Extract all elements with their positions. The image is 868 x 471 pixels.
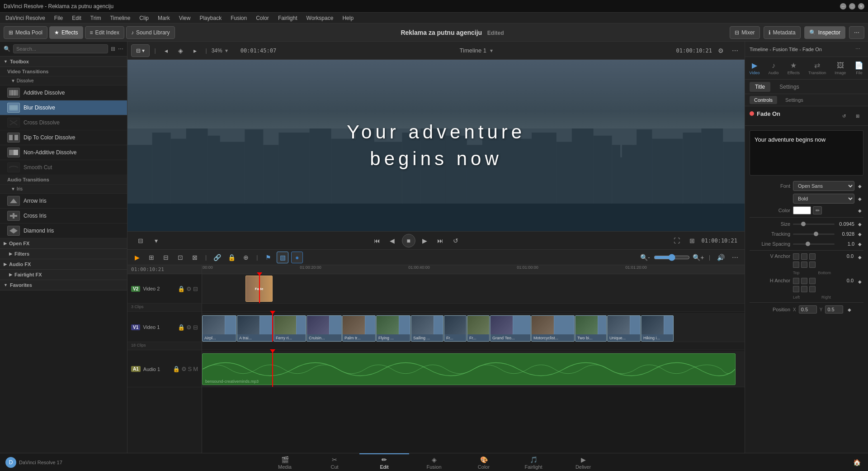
fade-on-reset-btn[interactable]: ↺ bbox=[838, 110, 850, 122]
anchor-cell-1[interactable] bbox=[793, 253, 799, 260]
inspector-tab-transition[interactable]: ⇄ Transition bbox=[805, 59, 830, 77]
select-tool[interactable]: ▶ bbox=[131, 252, 143, 263]
anchor-cell-6[interactable] bbox=[809, 262, 816, 268]
iris-header[interactable]: ▼ Iris bbox=[0, 185, 127, 194]
menu-davinci[interactable]: DaVinci Resolve bbox=[4, 15, 47, 21]
loop-button[interactable]: ↺ bbox=[450, 235, 462, 247]
audio-level-btn[interactable]: 🔊 bbox=[715, 252, 726, 263]
more-viewer-btn[interactable]: ⋯ bbox=[729, 45, 741, 57]
effect-non-additive-dissolve[interactable]: Non-Additive Dissolve bbox=[0, 145, 127, 160]
a1-m-icon[interactable]: M bbox=[193, 366, 198, 372]
a1-lock-icon[interactable]: 🔒 bbox=[173, 366, 180, 372]
play-reverse-button[interactable]: ◀ bbox=[387, 235, 398, 247]
slip-tool[interactable]: ⊟ bbox=[160, 252, 172, 263]
line-spacing-slider[interactable] bbox=[793, 243, 835, 245]
media-pool-button[interactable]: ⊞ Media Pool bbox=[4, 26, 47, 39]
v1-clip-13[interactable]: Unique... bbox=[607, 315, 641, 342]
minimize-button[interactable]: ─ bbox=[840, 3, 846, 10]
position-reset-btn[interactable]: ◆ bbox=[846, 306, 853, 313]
maximize-button[interactable]: □ bbox=[849, 3, 855, 10]
tab-fairlight[interactable]: 🎵 Fairlight bbox=[509, 453, 558, 471]
font-select[interactable]: Open Sans bbox=[793, 181, 854, 191]
pip-button[interactable]: ⊞ bbox=[686, 235, 698, 247]
font-style-reset-btn[interactable]: ◆ bbox=[856, 195, 863, 202]
audio-fx-section[interactable]: ▶ Audio FX bbox=[0, 259, 127, 270]
fade-on-expand-btn[interactable]: ⊞ bbox=[852, 110, 863, 122]
a1-settings-icon[interactable]: ⚙ bbox=[181, 366, 187, 372]
audio-transitions-header[interactable]: Audio Transitions bbox=[0, 175, 127, 185]
inspector-tab-image[interactable]: 🖼 Image bbox=[831, 60, 849, 77]
v1-settings-icon[interactable]: ⚙ bbox=[186, 324, 192, 331]
size-slider-thumb[interactable] bbox=[801, 222, 806, 226]
font-reset-btn[interactable]: ◆ bbox=[856, 182, 863, 190]
mixer-button[interactable]: ⊟ Mixer bbox=[730, 26, 760, 39]
color-edit-btn[interactable]: ✏ bbox=[813, 206, 822, 214]
timeline-options-btn[interactable]: ⋯ bbox=[729, 252, 741, 263]
close-button[interactable]: ✕ bbox=[858, 3, 864, 10]
edit-index-button[interactable]: ≡ Edit Index bbox=[85, 26, 124, 39]
search-input[interactable] bbox=[13, 44, 108, 53]
next-frame-btn2[interactable]: ▸ bbox=[189, 45, 201, 57]
menu-clip[interactable]: Clip bbox=[137, 15, 151, 21]
effect-arrow-iris[interactable]: Arrow Iris bbox=[0, 194, 127, 209]
effect-smooth-cut[interactable]: Smooth Cut bbox=[0, 160, 127, 175]
menu-mark[interactable]: Mark bbox=[156, 15, 172, 21]
h-anchor-cell-5[interactable] bbox=[801, 286, 807, 292]
v1-clip-8[interactable]: Fr... bbox=[444, 315, 467, 342]
metadata-button[interactable]: ℹ Metadata bbox=[764, 26, 801, 39]
zoom-in-btn[interactable]: 🔍+ bbox=[693, 252, 704, 263]
tab-cut[interactable]: ✂ Cut bbox=[310, 453, 359, 471]
color-reset-btn[interactable]: ◆ bbox=[856, 207, 863, 214]
menu-trim[interactable]: Trim bbox=[89, 15, 103, 21]
timeline-dropdown-icon[interactable]: ▾ bbox=[490, 48, 493, 54]
menu-workspace[interactable]: Workspace bbox=[305, 15, 335, 21]
size-reset-btn[interactable]: ◆ bbox=[856, 220, 863, 228]
menu-view[interactable]: View bbox=[177, 15, 193, 21]
menu-timeline[interactable]: Timeline bbox=[108, 15, 132, 21]
h-anchor-cell-2[interactable] bbox=[801, 278, 807, 284]
inspector-button[interactable]: 🔍 Inspector bbox=[804, 26, 845, 39]
play-button[interactable]: ▶ bbox=[419, 235, 431, 247]
viewer-options-button[interactable]: ⊟ ▾ bbox=[131, 44, 150, 57]
inspector-title-tab[interactable]: Title bbox=[750, 82, 770, 92]
v1-clip-14[interactable]: Hiking i... bbox=[641, 315, 674, 342]
line-spacing-reset-btn[interactable]: ◆ bbox=[856, 240, 863, 247]
tracking-slider-thumb[interactable] bbox=[814, 232, 818, 236]
v1-clip-6[interactable]: Flying ... bbox=[376, 315, 410, 342]
tab-edit[interactable]: ✏ Edit bbox=[359, 453, 409, 471]
window-controls[interactable]: ─ □ ✕ bbox=[840, 3, 864, 10]
effects-button[interactable]: ★ Effects bbox=[49, 26, 83, 39]
v1-clip-11[interactable]: Motorcyclist... bbox=[531, 315, 575, 342]
menu-help[interactable]: Help bbox=[340, 15, 355, 21]
anchor-cell-5[interactable] bbox=[801, 262, 807, 268]
marker-btn2[interactable]: ● bbox=[291, 252, 303, 263]
audio-clip[interactable]: bensound-creativeminds.mp3 bbox=[202, 353, 736, 385]
tab-deliver[interactable]: ▶ Deliver bbox=[558, 453, 608, 471]
go-to-end-button[interactable]: ⏭ bbox=[434, 235, 446, 247]
effect-cross-iris[interactable]: Cross Iris bbox=[0, 209, 127, 224]
tracking-slider[interactable] bbox=[793, 233, 835, 235]
sound-library-button[interactable]: ♪ Sound Library bbox=[126, 26, 175, 39]
line-spacing-slider-thumb[interactable] bbox=[806, 242, 810, 246]
position-y-input[interactable] bbox=[825, 305, 843, 314]
v1-clip-7[interactable]: Sailing ... bbox=[411, 315, 443, 342]
flag-btn[interactable]: ⚑ bbox=[262, 252, 274, 263]
more-icon[interactable]: ⋯ bbox=[118, 46, 123, 52]
size-slider[interactable] bbox=[793, 224, 835, 225]
tab-fusion[interactable]: ◈ Fusion bbox=[409, 453, 459, 471]
viewer-layout-button[interactable]: ⊟ bbox=[135, 235, 146, 247]
link-tool[interactable]: 🔗 bbox=[211, 252, 223, 263]
effect-additive-dissolve[interactable]: Additive Dissolve bbox=[0, 86, 127, 100]
menu-playback[interactable]: Playback bbox=[198, 15, 223, 21]
anchor-cell-3[interactable] bbox=[809, 253, 816, 260]
anchor-cell-2[interactable] bbox=[801, 253, 807, 260]
inspector-more-btn[interactable]: ⋯ bbox=[852, 43, 863, 55]
h-anchor-cell-1[interactable] bbox=[793, 278, 799, 284]
v1-clip-12[interactable]: Two bi... bbox=[575, 315, 607, 342]
position-x-input[interactable] bbox=[799, 305, 817, 314]
lock-tool[interactable]: 🔒 bbox=[226, 252, 237, 263]
tab-color[interactable]: 🎨 Color bbox=[459, 453, 509, 471]
v1-lock-icon[interactable]: 🔒 bbox=[178, 324, 185, 331]
more-options-button[interactable]: ⋯ bbox=[849, 26, 864, 39]
h-anchor-cell-6[interactable] bbox=[809, 286, 816, 292]
